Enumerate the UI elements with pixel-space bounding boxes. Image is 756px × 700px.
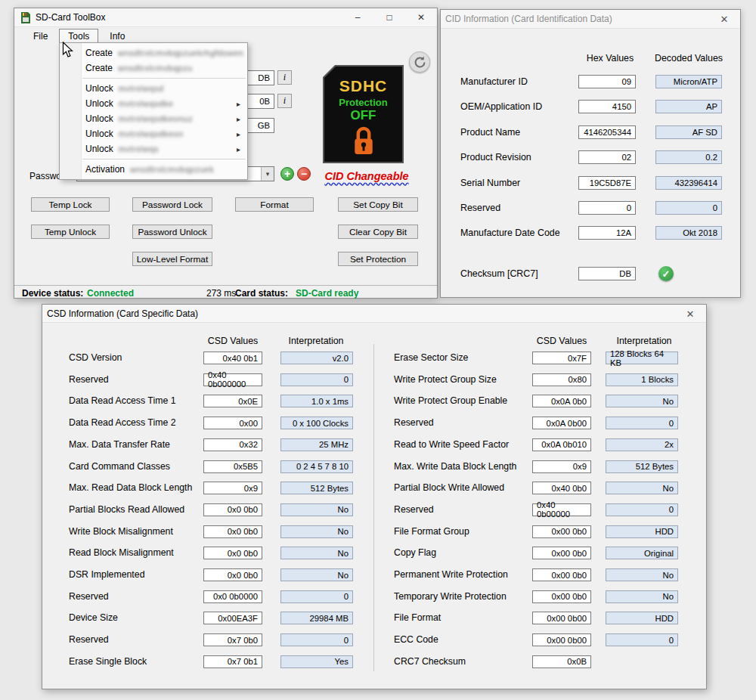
csd-right-row-value[interactable]: 0x00 0b0 [532,590,591,603]
statusbar-divider [14,285,437,286]
redacted-text: mvtrxlwqsdkeonuz [119,114,193,123]
csd-right-row-value[interactable]: 0x00 0b00 [532,633,591,646]
cid-decoded-value: 0.2 [655,150,722,164]
menu-item-label: Unlock [85,83,113,94]
csd-left-row-label: CSD Version [69,352,122,364]
menu-item-unlock[interactable]: Unlockmvtrxlwqs▸ [60,141,247,156]
cid-row-label: Product Revision [460,150,531,164]
csd-right-row-value[interactable]: 0x0A 0b00 [532,417,591,429]
csd-right-row-value[interactable]: 0x40 0b0 [532,482,591,494]
menu-item-unlock[interactable]: Unlockmvtrxlwqsdke▸ [60,96,247,111]
low-level-format-button[interactable]: Low-Level Format [132,252,212,266]
cid-checksum-value[interactable]: DB [578,267,636,280]
csd-right-row-value[interactable]: 0x9 [532,460,591,473]
cid-hex-value[interactable]: 0 [578,201,636,215]
submenu-arrow-icon: ▸ [237,115,240,123]
cid-hex-value[interactable]: 09 [578,75,636,88]
password-unlock-button[interactable]: Password Unlock [132,225,212,239]
csd-left-row-label: Reserved [69,373,109,386]
csd-right-row-interpretation: HDD [606,525,678,538]
csd-left-row-value[interactable]: 0x0 0b0 [203,568,262,581]
redacted-text: wnsdtrxlcmvbqpzuek [130,165,214,174]
set-copy-bit-button[interactable]: Set Copy Bit [338,197,418,212]
password-lock-button[interactable]: Password Lock [132,197,212,212]
csd-right-row-value[interactable]: 0x0B [532,655,591,668]
csd-left-row-interpretation: 29984 MB [280,612,353,624]
csd-right-row-value[interactable]: 0x0A 0b0 [532,395,591,407]
csd-left-row-label: Erase Single Block [69,655,147,668]
temp-unlock-button[interactable]: Temp Unlock [31,225,110,239]
cid-hex-value[interactable]: 4150 [578,100,636,113]
checksum-ok-icon: ✓ [658,266,674,281]
csd-left-row-value[interactable]: 0x40 0b1 [203,352,262,364]
csd-rows: CSD Version0x40 0b1v2.0Reserved0x40 0b00… [42,305,706,689]
csd-right-row-interpretation: No [606,590,678,603]
latency-value: 273 ms [206,288,236,299]
csd-left-row-value[interactable]: 0x7 0b0 [203,633,262,646]
csd-right-row-value[interactable]: 0x7F [532,352,591,364]
csd-right-row-interpretation: HDD [606,612,678,624]
csd-left-row-value[interactable]: 0x00EA3F [203,612,262,624]
csd-left-row-value[interactable]: 0x5B5 [203,460,262,473]
csd-right-row-value[interactable]: 0x00 0b0 [532,568,591,581]
redacted-text: wnsdtrxlcmvbqpzu [118,63,192,73]
csd-left-row-value[interactable]: 0x7 0b1 [203,655,262,668]
csd-left-row-label: DSR Implemented [69,568,144,581]
menu-item-label: Unlock [85,144,113,154]
submenu-arrow-icon: ▸ [237,130,240,138]
csd-left-row-value[interactable]: 0x9 [203,482,262,494]
cid-row-label: OEM/Application ID [460,100,542,113]
menu-item-unlock[interactable]: Unlockmvtrxlwqsd [60,81,247,96]
menu-item-create[interactable]: Createwnsdtrxlcmvbqpzu [60,60,247,76]
menu-item-label: Unlock [85,113,113,124]
cid-row-label: Serial Number [460,176,520,190]
csd-left-row-value[interactable]: 0x0E [203,395,262,407]
csd-left-row-interpretation: 0 x 100 Clocks [280,417,353,429]
set-protection-button[interactable]: Set Protection [338,252,418,266]
menu-item-unlock[interactable]: Unlockmvtrxlwqsdkeonuz▸ [60,111,247,126]
csd-left-row-value[interactable]: 0x0 0b0 [203,547,262,559]
csd-left-row-value[interactable]: 0x0 0b0000 [203,590,262,603]
csd-right-row-interpretation: 1 Blocks [606,373,678,386]
menu-item-create[interactable]: Createwnsdtrxlcmvbqpzuekrhgfdswen [60,45,247,60]
csd-left-row-value[interactable]: 0x40 0b000000 [203,373,262,386]
csd-left-row-interpretation: No [280,503,353,516]
csd-right-row-interpretation: 512 Bytes [606,460,678,473]
csd-right-row-label: File Format Group [394,525,469,538]
menu-separator [82,78,246,79]
menu-item-activation[interactable]: Activationwnsdtrxlcmvbqpzuek [60,162,247,177]
cid-row-label: Manufacture Date Code [460,226,560,240]
csd-left-row-value[interactable]: 0x0 0b0 [203,525,262,538]
cid-hex-value[interactable]: 12A [578,226,636,240]
csd-right-row-value[interactable]: 0x00 0b0 [532,547,591,559]
csd-right-row-interpretation: 2x [606,438,678,451]
cid-row-label: Product Name [460,125,520,139]
menu-item-unlock[interactable]: Unlockmvtrxlwqsdkeon▸ [60,126,247,141]
format-button[interactable]: Format [235,197,314,212]
csd-left-row-interpretation: 0 [280,590,353,603]
cid-hex-value[interactable]: 19C5D87E [578,176,636,190]
csd-left-row-label: Write Block Misalignment [69,525,173,538]
cid-hex-value[interactable]: 4146205344 [578,125,636,139]
clear-copy-bit-button[interactable]: Clear Copy Bit [338,225,418,239]
csd-right-row-value[interactable]: 0x80 [532,373,591,386]
csd-left-row-value[interactable]: 0x00 [203,417,262,429]
cid-decoded-value: 432396414 [655,176,722,190]
temp-lock-button[interactable]: Temp Lock [31,197,110,212]
csd-left-row-value[interactable]: 0x0 0b0 [203,503,262,516]
csd-right-row-value[interactable]: 0x0A 0b010 [532,438,591,451]
csd-right-row-label: Max. Write Data Block Length [394,460,516,473]
menu-item-label: Unlock [85,129,113,139]
csd-right-row-value[interactable]: 0x00 0b00 [532,612,591,624]
cid-window: CID Information (Card Identification Dat… [440,9,741,298]
csd-left-row-interpretation: 0 2 4 5 7 8 10 [280,460,353,473]
cid-hex-value[interactable]: 02 [578,150,636,164]
csd-left-row-interpretation: 512 Bytes [280,482,353,494]
csd-right-row-value[interactable]: 0x00 0b0 [532,525,591,538]
csd-left-row-label: Partial Blocks Read Allowed [69,503,184,516]
cid-decoded-value: Micron/ATP [655,75,722,88]
csd-left-row-value[interactable]: 0x32 [203,438,262,451]
csd-right-row-label: Copy Flag [394,547,436,559]
csd-right-row-value[interactable]: 0x40 0b00000 [532,503,591,516]
cid-decoded-value: Okt 2018 [655,226,722,240]
